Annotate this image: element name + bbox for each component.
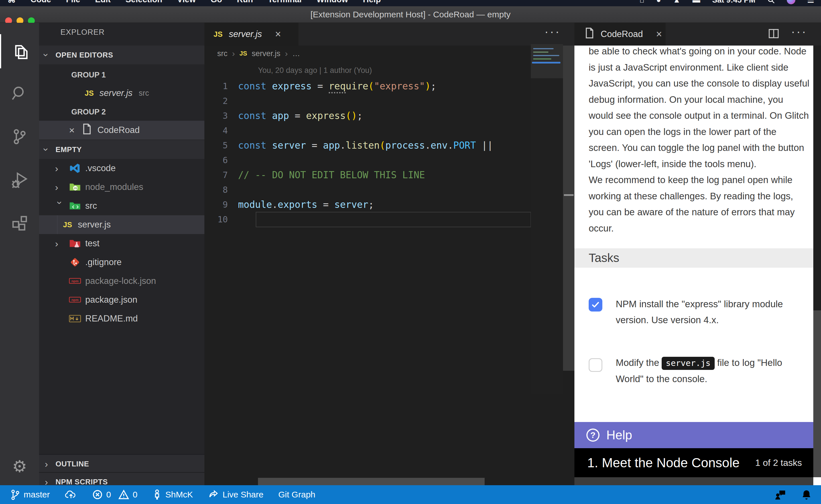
- tree-item--gitignore[interactable]: .gitignore: [39, 253, 204, 272]
- split-editor-icon[interactable]: [768, 28, 780, 41]
- settings-gear-button[interactable]: ⚙: [0, 449, 39, 483]
- tab-coderoad[interactable]: CodeRoad ×: [574, 23, 666, 46]
- scrollbar-thumb[interactable]: [813, 46, 821, 310]
- apple-menu[interactable]: ⌘: [7, 0, 16, 5]
- scrollbar-handle[interactable]: [564, 194, 573, 196]
- problems-status[interactable]: 0 0: [92, 489, 137, 500]
- siri-icon[interactable]: [787, 0, 795, 4]
- close-tab-icon[interactable]: ×: [275, 28, 281, 40]
- run-debug-icon: [11, 171, 28, 189]
- menu-go[interactable]: Go: [211, 0, 222, 5]
- git-graph-button[interactable]: Git Graph: [278, 490, 315, 499]
- tree-item-readme-md[interactable]: README.md: [39, 309, 204, 328]
- git-branch-status[interactable]: master: [10, 489, 50, 500]
- code-line-10[interactable]: 10: [204, 212, 531, 227]
- svg-text:JS: JS: [73, 187, 77, 190]
- code-token: =: [317, 199, 334, 210]
- tree-item-label: README.md: [85, 314, 138, 324]
- live-share-button[interactable]: Live Share: [208, 489, 264, 500]
- code-token: exports: [278, 199, 317, 210]
- code-line-9[interactable]: 9module.exports = server;: [204, 197, 531, 212]
- testfolder-icon: [69, 238, 81, 249]
- menu-window[interactable]: Window: [317, 0, 348, 5]
- tree-item-src[interactable]: ›src: [39, 196, 204, 215]
- line-number: 5: [204, 140, 238, 150]
- menu-file[interactable]: File: [66, 0, 80, 5]
- task2-checkbox[interactable]: [589, 358, 602, 372]
- menu-selection[interactable]: Selection: [125, 0, 162, 5]
- tree-item--vscode[interactable]: ›.vscode: [39, 159, 204, 178]
- outline-section-header[interactable]: › OUTLINE: [39, 454, 204, 473]
- menu-run[interactable]: Run: [237, 0, 253, 5]
- code-line-1[interactable]: 1const express = require("express");: [204, 79, 531, 93]
- tab-serverjs[interactable]: JS server.js ×: [204, 23, 299, 46]
- chevron-right-icon: ›: [45, 476, 48, 485]
- error-count: 0: [106, 490, 111, 499]
- editor-horizontal-scrollbar[interactable]: [258, 478, 485, 485]
- minimap-slider[interactable]: [531, 44, 563, 78]
- close-icon[interactable]: ×: [69, 125, 75, 136]
- code-line-2[interactable]: 2: [204, 93, 531, 108]
- open-editor-serverjs[interactable]: JS server.js src: [39, 84, 204, 103]
- control-center-icon[interactable]: ☰: [807, 0, 814, 5]
- menu-status-icons[interactable]: ⌂ ● ▲ ▬ Sat 9:45 PM ☰: [640, 0, 814, 5]
- spotlight-icon[interactable]: [767, 0, 775, 4]
- tree-item-package-json[interactable]: npmpackage.json: [39, 290, 204, 309]
- feedback-icon[interactable]: [774, 489, 787, 501]
- line-number: 2: [204, 96, 238, 106]
- code-token: ||: [481, 140, 493, 151]
- account-status[interactable]: ShMcK: [152, 489, 193, 500]
- panel-bottom-strip: [574, 477, 813, 485]
- run-debug-activity-button[interactable]: [0, 163, 39, 197]
- source-control-activity-button[interactable]: [0, 120, 39, 154]
- npm-scripts-section-header[interactable]: › NPM SCRIPTS: [39, 472, 204, 485]
- search-activity-button[interactable]: [0, 76, 39, 110]
- code-token: const: [238, 81, 266, 92]
- file-icon: [585, 27, 594, 41]
- breadcrumb-symbol[interactable]: …: [292, 49, 300, 58]
- lesson-footer[interactable]: 1. Meet the Node Console 1 of 2 tasks: [574, 448, 813, 477]
- menu-view[interactable]: View: [177, 0, 196, 5]
- branch-name: master: [24, 490, 50, 499]
- help-section[interactable]: ? Help: [574, 422, 813, 448]
- npm-icon: npm: [69, 296, 81, 304]
- empty-section-header[interactable]: › EMPTY: [39, 140, 204, 159]
- open-editors-label: OPEN EDITORS: [56, 51, 113, 60]
- code-line-4[interactable]: 4: [204, 123, 531, 138]
- open-editor-coderoad[interactable]: × CodeRoad: [39, 121, 204, 140]
- code-line-5[interactable]: 5const server = app.listen(process.env.P…: [204, 138, 531, 153]
- breadcrumb[interactable]: src › JS server.js › …: [204, 46, 574, 62]
- code-token: listen: [346, 140, 380, 151]
- breadcrumb-file[interactable]: server.js: [252, 49, 281, 58]
- code-editor[interactable]: 1const express = require("express");23co…: [204, 79, 531, 227]
- menu-help[interactable]: Help: [363, 0, 381, 5]
- breadcrumb-folder[interactable]: src: [217, 49, 228, 58]
- open-editors-header[interactable]: › OPEN EDITORS: [39, 46, 204, 64]
- code-line-3[interactable]: 3const app = express();: [204, 108, 531, 123]
- tree-item-node-modules[interactable]: ›JSnode_modules: [39, 178, 204, 196]
- publish-changes-button[interactable]: [65, 489, 77, 500]
- js-file-icon: JS: [214, 30, 223, 39]
- code-line-8[interactable]: 8: [204, 182, 531, 197]
- bell-icon[interactable]: [800, 489, 812, 501]
- menu-code[interactable]: Code: [30, 0, 51, 5]
- menu-terminal[interactable]: Terminal: [268, 0, 302, 5]
- webview-scrollbar[interactable]: [813, 46, 821, 477]
- minimap[interactable]: [531, 44, 563, 394]
- menu-items[interactable]: ⌘CodeFileEditSelectionViewGoRunTerminalW…: [7, 0, 381, 5]
- more-actions-icon[interactable]: ···: [791, 32, 807, 37]
- tree-item-package-lock-json[interactable]: npmpackage-lock.json: [39, 272, 204, 290]
- extensions-activity-button[interactable]: [0, 206, 39, 240]
- gitlens-blame-codelens[interactable]: You, 20 days ago | 1 author (You): [258, 66, 372, 75]
- code-line-6[interactable]: 6: [204, 153, 531, 167]
- menu-edit[interactable]: Edit: [95, 0, 111, 5]
- more-actions-icon[interactable]: ···: [544, 32, 561, 37]
- tree-item-server-js[interactable]: JSserver.js: [39, 215, 204, 234]
- close-tab-icon[interactable]: ×: [656, 28, 662, 40]
- task1-checkbox[interactable]: [589, 298, 602, 312]
- code-line-7[interactable]: 7// -- DO NOT EDIT BELOW THIS LINE: [204, 167, 531, 182]
- tree-item-test[interactable]: ›test: [39, 234, 204, 253]
- explorer-activity-button[interactable]: [0, 34, 39, 68]
- outline-label: OUTLINE: [56, 460, 89, 468]
- editor-vertical-scrollbar[interactable]: [563, 46, 574, 371]
